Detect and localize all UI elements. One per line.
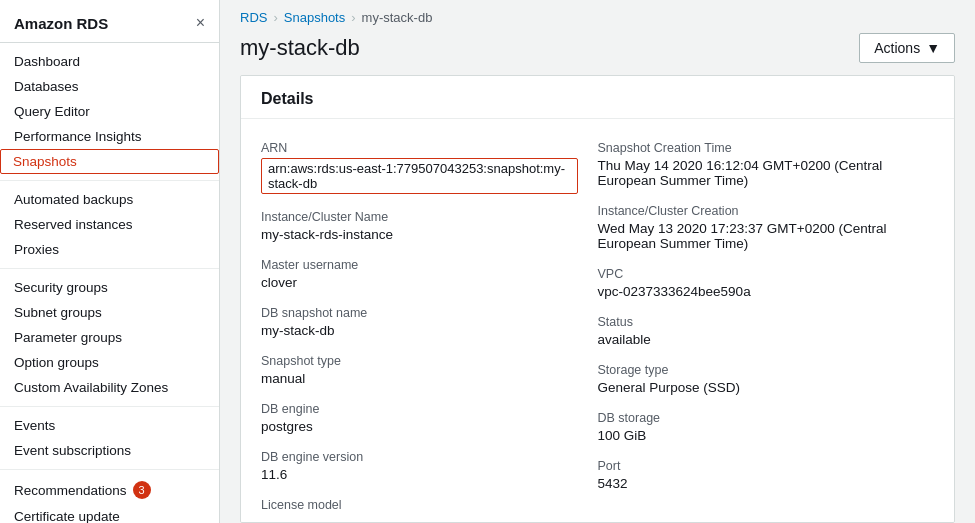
- sidebar-section-events: Events Event subscriptions: [0, 407, 219, 470]
- sidebar-item-performance-insights[interactable]: Performance Insights: [0, 124, 219, 149]
- detail-label-snapshot-creation-time: Snapshot Creation Time: [598, 141, 915, 155]
- actions-button[interactable]: Actions ▼: [859, 33, 955, 63]
- detail-value-status: available: [598, 332, 915, 347]
- sidebar-item-parameter-groups[interactable]: Parameter groups: [0, 325, 219, 350]
- sidebar-header: Amazon RDS ×: [0, 0, 219, 43]
- sidebar-section-main: Dashboard Databases Query Editor Perform…: [0, 43, 219, 181]
- sidebar-item-label: Query Editor: [14, 104, 90, 119]
- detail-label-vpc: VPC: [598, 267, 915, 281]
- breadcrumb-sep-1: ›: [273, 10, 277, 25]
- sidebar-item-recommendations[interactable]: Recommendations 3: [0, 476, 219, 504]
- breadcrumb-current: my-stack-db: [362, 10, 433, 25]
- detail-value-arn: arn:aws:rds:us-east-1:779507043253:snaps…: [261, 158, 578, 194]
- sidebar-item-label: Recommendations: [14, 483, 127, 498]
- sidebar-item-reserved-instances[interactable]: Reserved instances: [0, 212, 219, 237]
- sidebar-section-backups: Automated backups Reserved instances Pro…: [0, 181, 219, 269]
- sidebar-item-subnet-groups[interactable]: Subnet groups: [0, 300, 219, 325]
- sidebar: Amazon RDS × Dashboard Databases Query E…: [0, 0, 220, 523]
- page-header: my-stack-db Actions ▼: [220, 29, 975, 75]
- sidebar-item-label: Events: [14, 418, 55, 433]
- sidebar-item-label: Snapshots: [13, 154, 77, 169]
- detail-label-license-model: License model: [261, 498, 578, 512]
- breadcrumb-sep-2: ›: [351, 10, 355, 25]
- sidebar-item-label: Event subscriptions: [14, 443, 131, 458]
- sidebar-item-security-groups[interactable]: Security groups: [0, 275, 219, 300]
- detail-value-instance-name: my-stack-rds-instance: [261, 227, 578, 242]
- sidebar-item-custom-az[interactable]: Custom Availability Zones: [0, 375, 219, 400]
- detail-value-db-engine-version: 11.6: [261, 467, 578, 482]
- detail-label-port: Port: [598, 459, 915, 473]
- detail-snapshot-name: DB snapshot name my-stack-db: [261, 298, 598, 346]
- detail-label-db-storage: DB storage: [598, 411, 915, 425]
- details-right-column: Snapshot Creation Time Thu May 14 2020 1…: [598, 133, 935, 523]
- sidebar-item-proxies[interactable]: Proxies: [0, 237, 219, 262]
- breadcrumb-snapshots[interactable]: Snapshots: [284, 10, 345, 25]
- detail-db-engine-version: DB engine version 11.6: [261, 442, 598, 490]
- breadcrumb: RDS › Snapshots › my-stack-db: [220, 0, 975, 29]
- detail-value-master-username: clover: [261, 275, 578, 290]
- sidebar-section-network: Security groups Subnet groups Parameter …: [0, 269, 219, 407]
- detail-instance-creation: Instance/Cluster Creation Wed May 13 202…: [598, 196, 935, 259]
- sidebar-item-label: Performance Insights: [14, 129, 142, 144]
- detail-label-snapshot-type: Snapshot type: [261, 354, 578, 368]
- detail-storage-type: Storage type General Purpose (SSD): [598, 355, 935, 403]
- sidebar-title: Amazon RDS: [14, 15, 108, 32]
- actions-label: Actions: [874, 40, 920, 56]
- detail-label-snapshot-name: DB snapshot name: [261, 306, 578, 320]
- details-grid: ARN arn:aws:rds:us-east-1:779507043253:s…: [241, 119, 954, 523]
- sidebar-item-label: Certificate update: [14, 509, 120, 523]
- detail-label-instance-name: Instance/Cluster Name: [261, 210, 578, 224]
- detail-instance-name: Instance/Cluster Name my-stack-rds-insta…: [261, 202, 598, 250]
- details-section-title: Details: [241, 76, 954, 119]
- detail-value-db-storage: 100 GiB: [598, 428, 915, 443]
- detail-db-engine: DB engine postgres: [261, 394, 598, 442]
- main-content: RDS › Snapshots › my-stack-db my-stack-d…: [220, 0, 975, 523]
- detail-label-master-username: Master username: [261, 258, 578, 272]
- sidebar-item-databases[interactable]: Databases: [0, 74, 219, 99]
- sidebar-item-label: Databases: [14, 79, 79, 94]
- page-title: my-stack-db: [240, 35, 360, 61]
- detail-value-snapshot-name: my-stack-db: [261, 323, 578, 338]
- sidebar-item-events[interactable]: Events: [0, 413, 219, 438]
- sidebar-item-label: Custom Availability Zones: [14, 380, 168, 395]
- detail-label-instance-creation: Instance/Cluster Creation: [598, 204, 915, 218]
- details-left-column: ARN arn:aws:rds:us-east-1:779507043253:s…: [261, 133, 598, 523]
- sidebar-item-label: Option groups: [14, 355, 99, 370]
- detail-license-model: License model: [261, 490, 598, 523]
- sidebar-item-label: Parameter groups: [14, 330, 122, 345]
- sidebar-item-option-groups[interactable]: Option groups: [0, 350, 219, 375]
- detail-value-port: 5432: [598, 476, 915, 491]
- breadcrumb-rds[interactable]: RDS: [240, 10, 267, 25]
- sidebar-item-label: Security groups: [14, 280, 108, 295]
- arn-value: arn:aws:rds:us-east-1:779507043253:snaps…: [261, 158, 578, 194]
- detail-master-username: Master username clover: [261, 250, 598, 298]
- sidebar-item-label: Automated backups: [14, 192, 133, 207]
- sidebar-item-snapshots[interactable]: Snapshots: [0, 149, 219, 174]
- detail-value-instance-creation: Wed May 13 2020 17:23:37 GMT+0200 (Centr…: [598, 221, 915, 251]
- sidebar-section-misc: Recommendations 3 Certificate update: [0, 470, 219, 523]
- detail-label-status: Status: [598, 315, 915, 329]
- sidebar-item-label: Subnet groups: [14, 305, 102, 320]
- detail-value-snapshot-type: manual: [261, 371, 578, 386]
- detail-label-arn: ARN: [261, 141, 578, 155]
- recommendations-badge: 3: [133, 481, 151, 499]
- detail-label-storage-type: Storage type: [598, 363, 915, 377]
- sidebar-item-dashboard[interactable]: Dashboard: [0, 49, 219, 74]
- sidebar-item-event-subscriptions[interactable]: Event subscriptions: [0, 438, 219, 463]
- sidebar-item-label: Dashboard: [14, 54, 80, 69]
- sidebar-item-query-editor[interactable]: Query Editor: [0, 99, 219, 124]
- detail-value-storage-type: General Purpose (SSD): [598, 380, 915, 395]
- detail-port: Port 5432: [598, 451, 935, 499]
- detail-label-db-engine-version: DB engine version: [261, 450, 578, 464]
- detail-snapshot-creation-time: Snapshot Creation Time Thu May 14 2020 1…: [598, 133, 935, 196]
- details-card: Details ARN arn:aws:rds:us-east-1:779507…: [240, 75, 955, 523]
- sidebar-item-automated-backups[interactable]: Automated backups: [0, 187, 219, 212]
- detail-label-db-engine: DB engine: [261, 402, 578, 416]
- sidebar-item-certificate-update[interactable]: Certificate update: [0, 504, 219, 523]
- detail-arn: ARN arn:aws:rds:us-east-1:779507043253:s…: [261, 133, 598, 202]
- sidebar-close-button[interactable]: ×: [196, 14, 205, 32]
- detail-status: Status available: [598, 307, 935, 355]
- detail-snapshot-type: Snapshot type manual: [261, 346, 598, 394]
- detail-value-snapshot-creation-time: Thu May 14 2020 16:12:04 GMT+0200 (Centr…: [598, 158, 915, 188]
- detail-vpc: VPC vpc-0237333624bee590a: [598, 259, 935, 307]
